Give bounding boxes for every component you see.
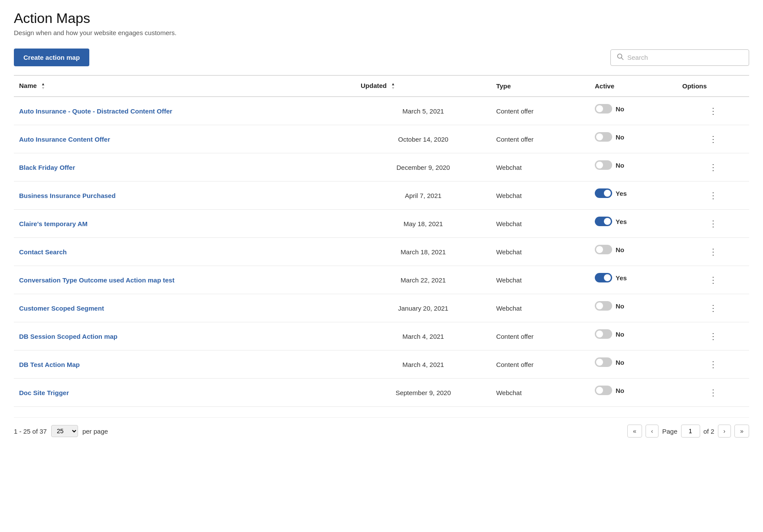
page-of-label: of 2 — [704, 428, 714, 435]
active-toggle[interactable] — [595, 188, 612, 198]
page-title: Action Maps — [14, 10, 749, 26]
table-row: Doc Site TriggerSeptember 9, 2020Webchat… — [14, 379, 749, 407]
page-label: Page — [662, 428, 677, 435]
options-menu-button[interactable]: ⋮ — [705, 245, 721, 259]
options-menu-button[interactable]: ⋮ — [705, 160, 721, 174]
search-input[interactable] — [627, 54, 743, 61]
row-options: ⋮ — [677, 379, 749, 407]
options-menu-button[interactable]: ⋮ — [705, 357, 721, 371]
active-toggle[interactable] — [595, 160, 612, 170]
row-type: Content offer — [491, 125, 590, 153]
toolbar: Create action map — [14, 49, 749, 66]
last-page-button[interactable]: » — [734, 425, 749, 438]
active-toggle[interactable] — [595, 132, 612, 142]
row-options: ⋮ — [677, 350, 749, 379]
per-page-label: per page — [82, 428, 108, 435]
next-page-button[interactable]: › — [718, 425, 731, 438]
row-type: Webchat — [491, 266, 590, 294]
options-menu-button[interactable]: ⋮ — [705, 217, 721, 230]
row-name[interactable]: Customer Scoped Segment — [14, 294, 355, 322]
row-active: No — [590, 125, 677, 149]
table-row: Business Insurance PurchasedApril 7, 202… — [14, 182, 749, 210]
active-toggle[interactable] — [595, 273, 612, 282]
row-name[interactable]: Auto Insurance - Quote - Distracted Cont… — [14, 97, 355, 125]
row-name[interactable]: Claire's temporary AM — [14, 210, 355, 238]
row-updated: May 18, 2021 — [355, 210, 491, 238]
row-updated: March 4, 2021 — [355, 350, 491, 379]
row-options: ⋮ — [677, 266, 749, 294]
row-active: No — [590, 97, 677, 120]
row-active: No — [590, 238, 677, 261]
active-label: Yes — [616, 274, 627, 282]
table-row: Claire's temporary AMMay 18, 2021Webchat… — [14, 210, 749, 238]
active-toggle[interactable] — [595, 217, 612, 226]
row-name[interactable]: Conversation Type Outcome used Action ma… — [14, 266, 355, 294]
row-name[interactable]: Black Friday Offer — [14, 153, 355, 182]
col-header-updated[interactable]: Updated ▲ ▼ — [355, 75, 491, 97]
first-page-button[interactable]: « — [627, 425, 642, 438]
row-options: ⋮ — [677, 182, 749, 210]
col-header-name[interactable]: Name ▲ ▼ — [14, 75, 355, 97]
col-header-type: Type — [491, 75, 590, 97]
active-label: No — [616, 105, 624, 113]
action-maps-table: Name ▲ ▼ Updated ▲ ▼ Type Active Opt — [14, 75, 749, 407]
page-number-input[interactable] — [681, 425, 700, 438]
row-active: Yes — [590, 182, 677, 205]
pagination-left: 1 - 25 of 37 25 50 100 per page — [14, 425, 108, 437]
row-name[interactable]: Business Insurance Purchased — [14, 182, 355, 210]
active-toggle[interactable] — [595, 386, 612, 395]
pagination-range: 1 - 25 of 37 — [14, 428, 47, 435]
active-label: Yes — [616, 218, 627, 225]
options-menu-button[interactable]: ⋮ — [705, 188, 721, 202]
pagination-bar: 1 - 25 of 37 25 50 100 per page « ‹ Page… — [14, 417, 749, 438]
active-toggle[interactable] — [595, 329, 612, 339]
row-type: Webchat — [491, 182, 590, 210]
options-menu-button[interactable]: ⋮ — [705, 329, 721, 343]
row-name[interactable]: DB Test Action Map — [14, 350, 355, 379]
row-type: Webchat — [491, 238, 590, 266]
row-active: Yes — [590, 210, 677, 233]
options-menu-button[interactable]: ⋮ — [705, 104, 721, 118]
options-menu-button[interactable]: ⋮ — [705, 301, 721, 315]
row-type: Webchat — [491, 153, 590, 182]
row-updated: October 14, 2020 — [355, 125, 491, 153]
table-row: DB Session Scoped Action mapMarch 4, 202… — [14, 322, 749, 350]
row-updated: March 4, 2021 — [355, 322, 491, 350]
row-updated: March 5, 2021 — [355, 97, 491, 125]
row-name[interactable]: Doc Site Trigger — [14, 379, 355, 407]
row-name[interactable]: Contact Search — [14, 238, 355, 266]
active-toggle[interactable] — [595, 104, 612, 114]
active-label: No — [616, 162, 624, 169]
per-page-select[interactable]: 25 50 100 — [51, 425, 78, 437]
pagination-right: « ‹ Page of 2 › » — [627, 425, 749, 438]
row-name[interactable]: Auto Insurance Content Offer — [14, 125, 355, 153]
create-action-map-button[interactable]: Create action map — [14, 49, 89, 66]
row-updated: January 20, 2021 — [355, 294, 491, 322]
table-row: DB Test Action MapMarch 4, 2021Content o… — [14, 350, 749, 379]
active-toggle[interactable] — [595, 245, 612, 254]
active-toggle[interactable] — [595, 357, 612, 367]
prev-page-button[interactable]: ‹ — [646, 425, 659, 438]
row-options: ⋮ — [677, 294, 749, 322]
row-options: ⋮ — [677, 210, 749, 238]
row-active: No — [590, 153, 677, 177]
active-label: Yes — [616, 190, 627, 197]
active-label: No — [616, 302, 624, 310]
table-row: Auto Insurance - Quote - Distracted Cont… — [14, 97, 749, 125]
row-active: Yes — [590, 266, 677, 289]
options-menu-button[interactable]: ⋮ — [705, 386, 721, 399]
row-options: ⋮ — [677, 153, 749, 182]
page-subtitle: Design when and how your website engages… — [14, 29, 749, 36]
options-menu-button[interactable]: ⋮ — [705, 132, 721, 146]
options-menu-button[interactable]: ⋮ — [705, 273, 721, 287]
row-type: Webchat — [491, 379, 590, 407]
row-updated: December 9, 2020 — [355, 153, 491, 182]
row-type: Webchat — [491, 210, 590, 238]
row-type: Content offer — [491, 97, 590, 125]
table-row: Auto Insurance Content OfferOctober 14, … — [14, 125, 749, 153]
row-name[interactable]: DB Session Scoped Action map — [14, 322, 355, 350]
row-type: Content offer — [491, 350, 590, 379]
active-toggle[interactable] — [595, 301, 612, 311]
table-row: Customer Scoped SegmentJanuary 20, 2021W… — [14, 294, 749, 322]
active-label: No — [616, 359, 624, 366]
